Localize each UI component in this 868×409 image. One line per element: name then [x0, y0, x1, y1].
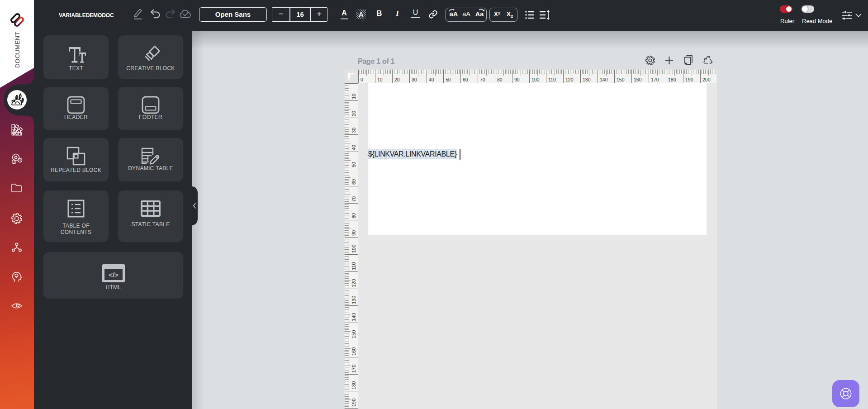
- svg-text:170: 170: [651, 77, 659, 82]
- svg-text:80: 80: [497, 77, 503, 82]
- svg-text:70: 70: [480, 77, 485, 82]
- svg-text:190: 190: [685, 77, 693, 82]
- svg-text:130: 130: [351, 296, 356, 304]
- svg-text:120: 120: [351, 279, 356, 287]
- svg-text:60: 60: [463, 77, 468, 82]
- svg-text:40: 40: [351, 145, 356, 150]
- svg-text:130: 130: [583, 77, 591, 82]
- svg-text:160: 160: [351, 347, 356, 356]
- svg-text:30: 30: [351, 128, 356, 133]
- svg-text:140: 140: [351, 313, 356, 321]
- svg-text:50: 50: [446, 77, 451, 82]
- svg-text:40: 40: [429, 77, 434, 82]
- svg-text:140: 140: [600, 77, 608, 82]
- svg-text:60: 60: [351, 179, 356, 185]
- svg-text:150: 150: [617, 77, 625, 82]
- svg-text:H: H: [13, 161, 14, 163]
- svg-text:100: 100: [531, 77, 540, 82]
- svg-text:110: 110: [351, 262, 356, 270]
- svg-text:200: 200: [702, 77, 711, 82]
- svg-text:110: 110: [548, 77, 556, 82]
- svg-text:100: 100: [351, 245, 356, 253]
- svg-text:160: 160: [634, 77, 642, 82]
- svg-text:120: 120: [565, 77, 574, 82]
- svg-text:90: 90: [514, 77, 520, 82]
- svg-text:180: 180: [668, 77, 676, 82]
- svg-text:150: 150: [351, 330, 356, 338]
- svg-text:70: 70: [351, 196, 356, 202]
- svg-text:170: 170: [351, 365, 356, 373]
- svg-text:90: 90: [351, 230, 356, 236]
- svg-text:20: 20: [351, 111, 356, 116]
- svg-text:50: 50: [351, 162, 356, 167]
- svg-text:20: 20: [394, 77, 400, 82]
- svg-text:10: 10: [351, 94, 356, 99]
- svg-text:10: 10: [377, 77, 383, 82]
- svg-text:0: 0: [360, 77, 363, 82]
- svg-text:H: H: [19, 159, 20, 162]
- svg-text:180: 180: [351, 381, 356, 390]
- svg-text:80: 80: [351, 213, 356, 219]
- svg-text:</>: </>: [109, 271, 119, 279]
- svg-text:190: 190: [351, 399, 356, 407]
- svg-text:30: 30: [412, 77, 417, 82]
